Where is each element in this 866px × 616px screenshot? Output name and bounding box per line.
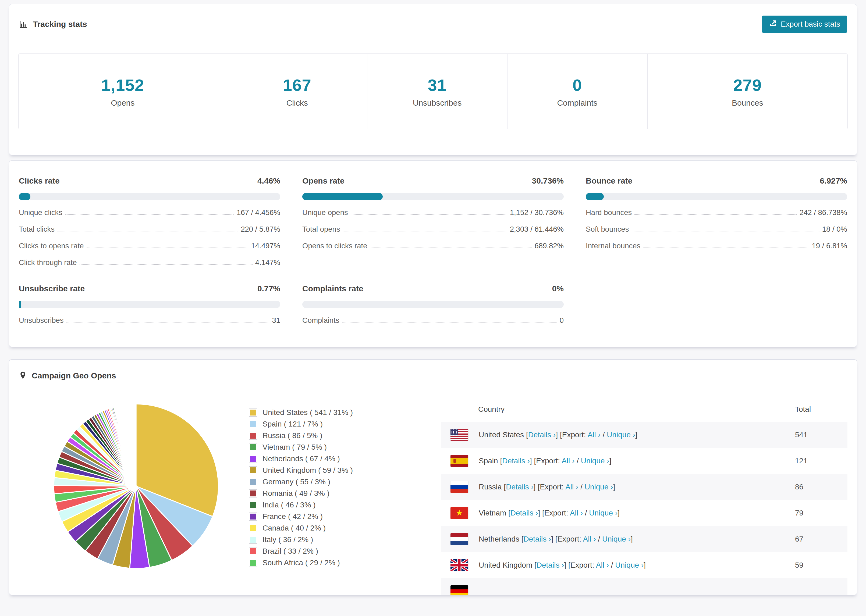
export-unique-link[interactable]: Unique › [602, 535, 631, 543]
complaints-rate-head: Complaints rate0% [302, 284, 564, 293]
campaign-geo-opens-card: Campaign Geo Opens United States ( 541 /… [9, 359, 857, 595]
details-link[interactable]: Details › [524, 535, 551, 543]
country-cell [479, 578, 795, 595]
legend-swatch-india [249, 501, 257, 509]
bounce-rate-title: Bounce rate [586, 176, 632, 185]
export-all-link[interactable]: All › [587, 431, 601, 439]
details-link[interactable]: Details › [510, 509, 538, 517]
rate-row-internal-bounces: Internal bounces19 / 6.81% [586, 242, 847, 250]
rate-row-label-total-clicks: Total clicks [19, 225, 55, 234]
stat-label-opens: Opens [111, 98, 134, 107]
export-all-link[interactable]: All › [562, 457, 575, 465]
clicks-rate-progress-bar [19, 193, 280, 200]
rates-grid: Clicks rate4.46%Unique clicks167 / 4.456… [19, 176, 847, 325]
export-all-link[interactable]: All › [565, 483, 578, 491]
stat-bounces: 279Bounces [647, 54, 848, 129]
export-unique-link[interactable]: Unique › [607, 431, 635, 439]
rate-row-label-clicks-to-opens-rate: Clicks to opens rate [19, 242, 84, 250]
unsubscribe-rate-progress-bar [19, 301, 280, 308]
flag-cell [441, 526, 479, 552]
map-pin-icon [19, 371, 27, 380]
dotted-leader [342, 322, 557, 322]
legend-swatch-italy [249, 536, 257, 544]
bracket: / [609, 561, 615, 569]
opens-rate-title: Opens rate [302, 176, 345, 185]
complaints-rate-title: Complaints rate [302, 284, 363, 293]
summary-stats-box: 1,152Opens167Clicks31Unsubscribes0Compla… [18, 53, 848, 129]
page-title-text: Tracking stats [33, 20, 87, 29]
legend-swatch-united-kingdom [249, 466, 257, 475]
geo-table-row-vietnam: Vietnam [Details ›] [Export: All › / Uni… [441, 500, 847, 526]
rate-row-value-opens-to-clicks-rate: 689.82% [534, 242, 564, 250]
geo-table-row-russia: Russia [Details ›] [Export: All › / Uniq… [441, 474, 847, 500]
bracket: / [583, 509, 589, 517]
bracket: [ [506, 509, 510, 517]
country-cell: Spain [Details ›] [Export: All › / Uniqu… [479, 448, 795, 474]
stat-label-unsubscribes: Unsubscribes [413, 98, 462, 107]
rate-row-value-total-clicks: 220 / 5.87% [241, 225, 280, 234]
country-name: Russia [479, 483, 502, 491]
geo-title-text: Campaign Geo Opens [32, 371, 116, 380]
country-cell: United Kingdom [Details ›] [Export: All … [479, 552, 795, 578]
legend-item-netherlands: Netherlands ( 67 / 4% ) [249, 453, 375, 464]
unsubscribe-rate-section: Unsubscribe rate0.77%Unsubscribes31 [19, 284, 280, 325]
bounce-rate-value: 6.927% [820, 176, 847, 185]
country-name: United Kingdom [479, 561, 532, 569]
flag-cell [441, 422, 479, 448]
bounce-rate-section: Bounce rate6.927%Hard bounces242 / 86.73… [586, 176, 847, 267]
country-name: Spain [479, 457, 498, 465]
rate-row-label-internal-bounces: Internal bounces [586, 242, 640, 250]
legend-label-united-states: United States ( 541 / 31% ) [263, 408, 353, 417]
legend-item-brazil: Brazil ( 33 / 2% ) [249, 545, 375, 557]
legend-item-spain: Spain ( 121 / 7% ) [249, 418, 375, 430]
country-name: United States [479, 431, 524, 439]
legend-swatch-netherlands [249, 455, 257, 463]
details-link[interactable]: Details › [506, 483, 534, 491]
bounce-rate-rows: Hard bounces242 / 86.738%Soft bounces18 … [586, 208, 847, 250]
flag-spain [450, 455, 468, 467]
legend-item-united-states: United States ( 541 / 31% ) [249, 407, 375, 418]
legend-label-india: India ( 46 / 3% ) [263, 501, 316, 509]
bar-chart-icon [19, 20, 28, 29]
export-all-link[interactable]: All › [583, 535, 596, 543]
country-cell: Netherlands [Details ›] [Export: All › /… [479, 526, 795, 552]
clicks-rate-value: 4.46% [257, 176, 280, 185]
bracket: [ [498, 457, 502, 465]
geo-table-wrap: Country Total United States [Details ›] … [441, 396, 847, 595]
clicks-rate-head: Clicks rate4.46% [19, 176, 280, 185]
rate-row-unique-clicks: Unique clicks167 / 4.456% [19, 208, 280, 217]
details-link[interactable]: Details › [528, 431, 556, 439]
export-unique-link[interactable]: Unique › [581, 457, 609, 465]
export-all-link[interactable]: All › [596, 561, 609, 569]
country-name: Vietnam [479, 509, 506, 517]
stat-complaints: 0Complaints [507, 54, 647, 129]
details-link[interactable]: Details › [537, 561, 564, 569]
export-basic-stats-button[interactable]: Export basic stats [762, 16, 847, 33]
export-unique-link[interactable]: Unique › [589, 509, 617, 517]
legend-item-vietnam: Vietnam ( 79 / 5% ) [249, 441, 375, 453]
rate-row-soft-bounces: Soft bounces18 / 0% [586, 225, 847, 234]
bracket: ] [617, 509, 620, 517]
geo-content: United States ( 541 / 31% )Spain ( 121 /… [9, 392, 857, 595]
bracket: ] [Export: [538, 509, 570, 517]
legend-label-italy: Italy ( 36 / 2% ) [263, 535, 313, 544]
legend-swatch-germany [249, 478, 257, 486]
legend-label-south-africa: South Africa ( 29 / 2% ) [263, 558, 340, 567]
geo-table-row-spain: Spain [Details ›] [Export: All › / Uniqu… [441, 448, 847, 474]
rate-row-label-unique-opens: Unique opens [302, 208, 348, 217]
legend-label-canada: Canada ( 40 / 2% ) [263, 524, 326, 533]
opens-rate-progress-bar [302, 193, 564, 200]
details-link[interactable]: Details › [502, 457, 530, 465]
export-unique-link[interactable]: Unique › [615, 561, 644, 569]
legend-item-romania: Romania ( 49 / 3% ) [249, 487, 375, 499]
legend-item-united-kingdom: United Kingdom ( 59 / 3% ) [249, 464, 375, 476]
bracket: ] [Export: [530, 457, 562, 465]
export-unique-link[interactable]: Unique › [585, 483, 613, 491]
export-all-link[interactable]: All › [570, 509, 583, 517]
stat-value-bounces: 279 [733, 75, 762, 94]
geo-table: Country Total United States [Details ›] … [441, 396, 847, 595]
tracking-stats-header: Tracking stats Export basic stats [9, 4, 857, 44]
column-header-country: Country [441, 396, 795, 422]
legend-swatch-russia [249, 432, 257, 440]
complaints-rate-section: Complaints rate0%Complaints0 [302, 284, 564, 325]
